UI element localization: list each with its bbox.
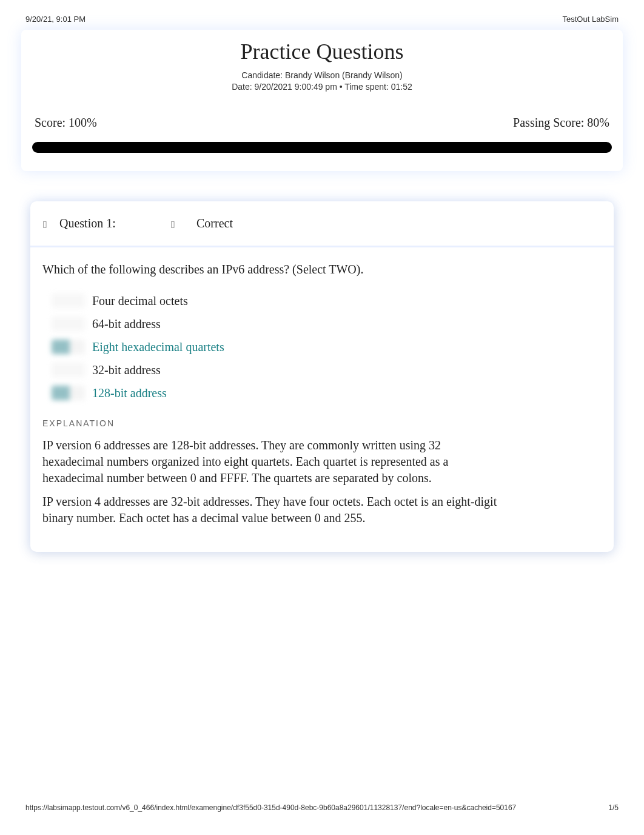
- explanation-heading: EXPLANATION: [42, 418, 602, 428]
- answer-list: Four decimal octets 64-bit address Eight…: [52, 293, 602, 400]
- summary-panel: Practice Questions Candidate: Brandy Wil…: [21, 30, 623, 171]
- answer-option: 64-bit address: [52, 317, 602, 331]
- candidate-info: Candidate: Brandy Wilson (Brandy Wilson): [21, 70, 623, 80]
- explanation-paragraph: IP version 6 addresses are 128-bit addre…: [42, 437, 503, 486]
- passing-score: Passing Score: 80%: [513, 116, 609, 130]
- print-timestamp: 9/20/21, 9:01 PM: [25, 15, 86, 24]
- explanation-paragraph: IP version 4 addresses are 32-bit addres…: [42, 494, 503, 526]
- answer-indicator-icon: [52, 317, 85, 331]
- answer-option: 128-bit address: [52, 386, 602, 400]
- answer-text: 32-bit address: [92, 363, 161, 377]
- answer-text: 64-bit address: [92, 317, 161, 331]
- date-info: Date: 9/20/2021 9:00:49 pm • Time spent:…: [21, 82, 623, 92]
- answer-text: Eight hexadecimal quartets: [92, 340, 224, 354]
- answer-indicator-icon: [52, 293, 85, 308]
- question-text: Which of the following describes an IPv6…: [42, 263, 602, 277]
- question-header[interactable]: ▯ Question 1: ▯ Correct: [30, 201, 614, 247]
- question-status: Correct: [196, 216, 233, 230]
- page-title: Practice Questions: [21, 39, 623, 64]
- score-value: Score: 100%: [35, 116, 97, 130]
- footer-page-number: 1/5: [608, 803, 619, 812]
- answer-option: Eight hexadecimal quartets: [52, 340, 602, 354]
- answer-text: 128-bit address: [92, 386, 167, 400]
- answer-indicator-icon: [52, 363, 85, 377]
- expand-icon: ▯: [42, 219, 49, 229]
- answer-indicator-icon: [52, 386, 85, 400]
- status-icon: ▯: [170, 219, 176, 229]
- answer-option: 32-bit address: [52, 363, 602, 377]
- score-progress-bar: [32, 142, 612, 153]
- answer-indicator-icon: [52, 340, 85, 354]
- question-card: ▯ Question 1: ▯ Correct Which of the fol…: [30, 201, 614, 552]
- question-body: Which of the following describes an IPv6…: [30, 247, 614, 526]
- question-number: Question 1:: [59, 216, 159, 230]
- page-print-header: 9/20/21, 9:01 PM TestOut LabSim: [0, 0, 644, 30]
- score-row: Score: 100% Passing Score: 80%: [21, 116, 623, 130]
- answer-option: Four decimal octets: [52, 293, 602, 308]
- answer-text: Four decimal octets: [92, 294, 188, 308]
- page-print-footer: https://labsimapp.testout.com/v6_0_466/i…: [0, 803, 644, 812]
- footer-url: https://labsimapp.testout.com/v6_0_466/i…: [25, 803, 516, 812]
- print-app-name: TestOut LabSim: [563, 15, 619, 24]
